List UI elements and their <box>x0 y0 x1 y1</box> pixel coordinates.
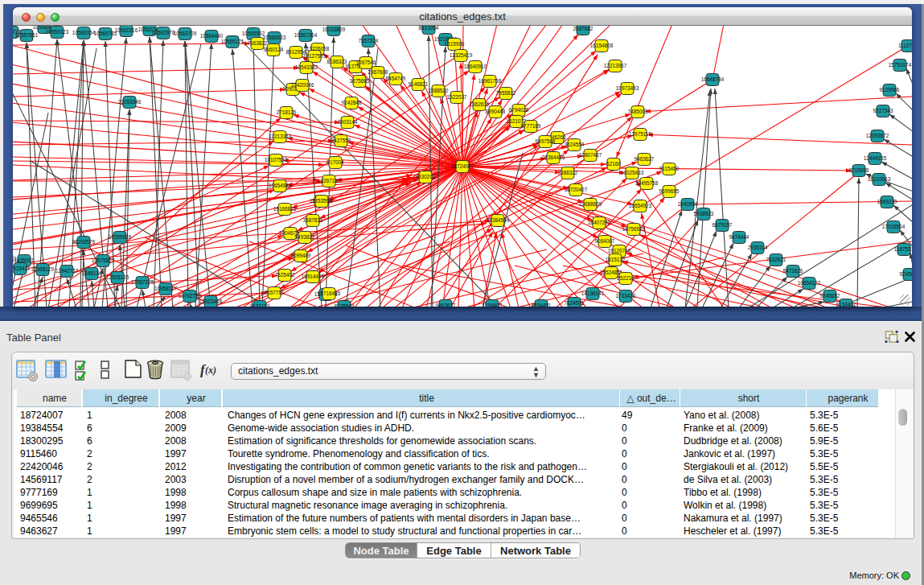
svg-text:1167531: 1167531 <box>894 246 912 252</box>
svg-text:1733426: 1733426 <box>616 293 636 299</box>
svg-text:10543382: 10543382 <box>295 64 318 70</box>
svg-text:10557861: 10557861 <box>15 32 39 38</box>
svg-text:13495758: 13495758 <box>635 180 659 186</box>
svg-text:3624554: 3624554 <box>565 142 585 147</box>
svg-text:8471626: 8471626 <box>783 268 803 274</box>
svg-text:22420046: 22420046 <box>291 82 314 88</box>
svg-text:10958117: 10958117 <box>154 286 177 291</box>
svg-text:9777169: 9777169 <box>521 123 541 129</box>
svg-text:917004: 917004 <box>326 159 344 165</box>
svg-text:10975857: 10975857 <box>92 257 115 263</box>
svg-text:7386322: 7386322 <box>558 170 578 175</box>
svg-text:16033809: 16033809 <box>322 27 346 32</box>
svg-text:(x): (x) <box>205 365 216 376</box>
svg-text:10561516: 10561516 <box>115 27 138 33</box>
svg-text:1322037: 1322037 <box>447 94 467 100</box>
svg-text:10566633: 10566633 <box>263 35 286 40</box>
svg-text:9121133: 9121133 <box>250 303 270 307</box>
svg-text:1362615: 1362615 <box>470 101 490 107</box>
svg-text:8813054: 8813054 <box>419 26 439 31</box>
svg-text:26206576: 26206576 <box>72 239 96 245</box>
svg-text:2718126: 2718126 <box>277 109 297 115</box>
svg-text:9099489: 9099489 <box>291 253 311 258</box>
svg-text:10782759: 10782759 <box>179 293 202 299</box>
svg-text:6497568: 6497568 <box>536 138 556 144</box>
svg-text:15716485: 15716485 <box>318 290 341 296</box>
svg-text:5938923: 5938923 <box>694 211 714 216</box>
svg-text:10654983: 10654983 <box>269 183 292 188</box>
svg-text:10567364: 10567364 <box>294 32 318 38</box>
svg-text:16210643: 16210643 <box>868 176 891 182</box>
svg-text:9245652: 9245652 <box>820 293 840 299</box>
svg-text:15720407: 15720407 <box>565 187 588 192</box>
svg-text:10565171: 10565171 <box>221 39 244 44</box>
svg-text:10560054: 10560054 <box>72 30 96 35</box>
svg-text:9134407: 9134407 <box>836 302 856 307</box>
svg-text:10565902: 10565902 <box>242 31 265 36</box>
svg-text:12213363: 12213363 <box>269 134 292 139</box>
svg-text:9115460: 9115460 <box>659 166 680 171</box>
svg-text:16914479: 16914479 <box>302 274 325 279</box>
svg-text:12975115: 12975115 <box>629 131 651 137</box>
svg-text:7485003: 7485003 <box>628 109 648 114</box>
svg-text:1067546: 1067546 <box>356 60 376 65</box>
svg-text:8186323: 8186323 <box>327 59 347 64</box>
svg-text:12505135: 12505135 <box>106 274 129 280</box>
svg-text:3675685: 3675685 <box>350 78 370 84</box>
svg-text:8912954: 8912954 <box>286 49 306 55</box>
svg-text:16648784: 16648784 <box>701 76 725 82</box>
svg-text:12923468: 12923468 <box>199 299 223 304</box>
svg-text:7632621: 7632621 <box>766 257 786 262</box>
svg-text:10563709: 10563709 <box>174 31 197 36</box>
svg-text:6879197: 6879197 <box>713 222 733 228</box>
svg-text:14136141: 14136141 <box>581 290 605 296</box>
svg-text:9915411: 9915411 <box>13 266 31 271</box>
svg-text:1569239: 1569239 <box>877 199 897 204</box>
svg-text:17359928: 17359928 <box>109 234 132 240</box>
svg-text:2330203: 2330203 <box>416 174 436 179</box>
svg-text:1112744: 1112744 <box>898 43 912 48</box>
svg-text:1640954: 1640954 <box>678 201 698 207</box>
svg-text:10807487: 10807487 <box>579 152 602 158</box>
svg-text:12127509: 12127509 <box>303 53 326 59</box>
svg-text:252214: 252214 <box>617 275 634 281</box>
svg-text:7625402: 7625402 <box>275 272 295 278</box>
svg-text:1194407: 1194407 <box>483 303 503 307</box>
svg-text:9146821: 9146821 <box>409 81 429 87</box>
svg-text:17016504: 17016504 <box>882 224 906 229</box>
svg-text:1326713: 1326713 <box>13 256 17 262</box>
svg-text:16154808: 16154808 <box>590 43 614 48</box>
svg-text:10560785: 10560785 <box>94 31 117 36</box>
svg-text:1815132: 1815132 <box>606 257 626 262</box>
svg-text:8125544: 8125544 <box>335 303 355 307</box>
svg-text:10688609: 10688609 <box>579 201 602 207</box>
svg-text:10559323: 10559323 <box>46 29 69 35</box>
svg-text:3587835: 3587835 <box>303 217 323 223</box>
svg-text:13325419: 13325419 <box>450 52 473 58</box>
svg-text:8990448: 8990448 <box>486 109 506 114</box>
svg-text:9657791: 9657791 <box>265 290 285 295</box>
svg-text:12093872: 12093872 <box>866 133 889 138</box>
svg-text:10973493: 10973493 <box>616 85 639 91</box>
svg-text:9463627: 9463627 <box>436 303 456 307</box>
svg-text:7663822: 7663822 <box>248 40 268 46</box>
svg-text:8454749: 8454749 <box>386 76 406 81</box>
svg-text:9084067: 9084067 <box>595 238 615 244</box>
svg-text:9660124: 9660124 <box>264 47 284 52</box>
svg-text:2367608: 2367608 <box>368 69 388 75</box>
svg-text:9474444: 9474444 <box>729 234 749 240</box>
svg-text:9129966: 9129966 <box>880 87 900 93</box>
svg-text:1353594: 1353594 <box>312 198 332 204</box>
svg-text:1515906: 1515906 <box>445 41 465 47</box>
svg-text:12942737: 12942737 <box>55 268 79 274</box>
svg-text:10654122: 10654122 <box>798 280 821 286</box>
svg-text:7955812: 7955812 <box>496 90 516 96</box>
svg-text:19756928: 19756928 <box>622 226 646 232</box>
svg-text:16654923: 16654923 <box>629 203 652 208</box>
svg-text:11568129: 11568129 <box>31 266 54 272</box>
svg-text:15751074: 15751074 <box>889 62 912 68</box>
svg-text:19120746: 19120746 <box>608 248 631 253</box>
svg-text:12444155: 12444155 <box>864 155 887 161</box>
svg-text:17957225: 17957225 <box>131 279 154 285</box>
svg-text:8834451: 8834451 <box>532 303 552 307</box>
